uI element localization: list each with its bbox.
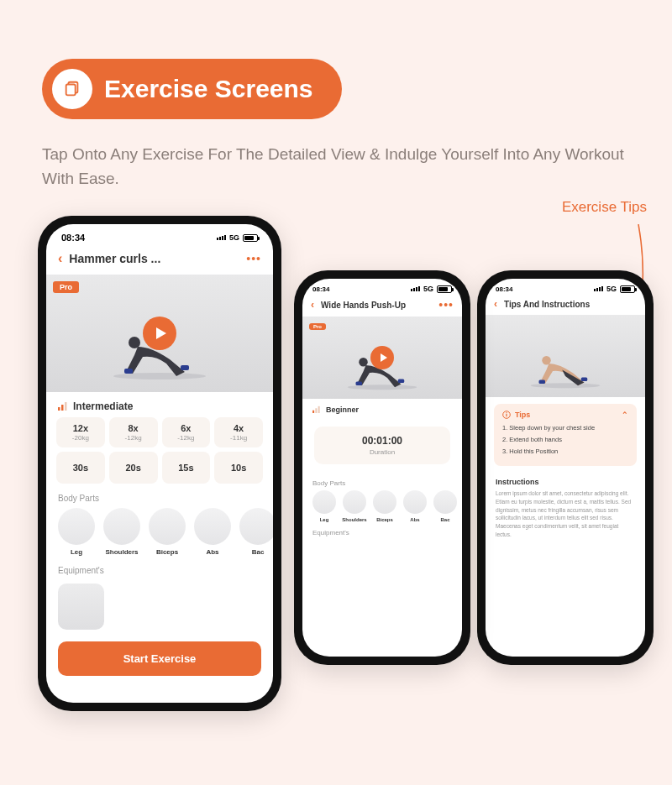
page-subtitle: Tap Onto Any Exercise For The Detailed V… xyxy=(42,143,630,191)
bodyparts-row: Leg Shoulders Biceps Abs Bac xyxy=(46,508,273,556)
bodypart-item[interactable]: Bac xyxy=(238,508,273,556)
bodypart-thumb xyxy=(58,508,95,545)
exercise-preview xyxy=(486,315,645,397)
instructions-body: Lorem ipsum dolor sit amet, consectetur … xyxy=(486,489,645,539)
more-button[interactable]: ••• xyxy=(246,252,261,265)
bodypart-item[interactable]: Leg xyxy=(311,490,338,522)
svg-rect-1 xyxy=(66,85,76,96)
svg-rect-8 xyxy=(65,402,67,411)
status-bar: 08:34 5G xyxy=(486,279,645,296)
exercise-video-preview[interactable]: Pro xyxy=(302,317,462,399)
play-icon[interactable] xyxy=(143,317,176,350)
set-cell[interactable]: 6x-12kg xyxy=(162,417,211,447)
phone-exercise-duration: 08:34 5G ‹ Wide Hands Push-Up ••• Pro xyxy=(294,270,470,665)
status-time: 08:34 xyxy=(312,285,329,293)
chevron-up-icon[interactable]: ⌃ xyxy=(622,411,628,419)
svg-point-17 xyxy=(542,356,551,365)
bodypart-thumb xyxy=(194,508,231,545)
network-label: 5G xyxy=(229,233,239,242)
bodypart-item[interactable]: Abs xyxy=(192,508,233,556)
level-label: Intermediate xyxy=(73,400,133,412)
battery-icon xyxy=(243,234,258,242)
level-row: Beginner xyxy=(302,399,462,418)
svg-point-2 xyxy=(113,373,206,379)
svg-rect-18 xyxy=(581,378,588,382)
bodyparts-label: Body Parts xyxy=(46,484,273,508)
screen-title: Hammer curls ... xyxy=(69,252,239,265)
nav-bar: ‹ Tips And Instructions xyxy=(486,296,645,315)
page-title: Exercise Screens xyxy=(104,75,313,103)
set-cell[interactable]: 12x-20kg xyxy=(56,417,105,447)
battery-icon xyxy=(437,285,452,293)
rest-cell[interactable]: 20s xyxy=(109,452,158,484)
rest-cell[interactable]: 30s xyxy=(56,452,105,484)
svg-point-10 xyxy=(359,358,368,367)
screen-title: Tips And Instructions xyxy=(504,300,637,309)
exercise-video-preview[interactable]: Pro xyxy=(46,275,273,392)
svg-point-3 xyxy=(129,337,140,348)
duration-value: 00:01:00 xyxy=(323,435,442,447)
bodypart-item[interactable]: Biceps xyxy=(371,490,398,522)
bodypart-item[interactable]: Biceps xyxy=(147,508,187,556)
svg-point-9 xyxy=(348,385,417,390)
instructions-heading: Instructions xyxy=(486,473,645,489)
battery-icon xyxy=(620,285,635,293)
tip-item: 3. Hold this Position xyxy=(502,447,628,455)
bodyparts-label: Body Parts xyxy=(302,473,462,490)
level-icon xyxy=(58,401,68,412)
pro-badge: Pro xyxy=(309,323,326,330)
play-icon[interactable] xyxy=(370,346,394,369)
network-label: 5G xyxy=(606,285,617,293)
bodypart-thumb xyxy=(103,508,140,545)
phone-exercise-detail: 08:34 5G ‹ Hammer curls ... ••• Pro xyxy=(38,216,281,711)
signal-icon xyxy=(217,235,226,240)
bodypart-item[interactable]: Bac xyxy=(432,490,459,522)
screens-icon xyxy=(52,69,92,109)
svg-rect-4 xyxy=(181,365,189,370)
level-label: Beginner xyxy=(326,406,359,414)
sets-grid: 12x-20kg 8x-12kg 6x-12kg 4x-11kg 30s 20s… xyxy=(46,417,273,484)
nav-bar: ‹ Wide Hands Push-Up ••• xyxy=(302,296,462,317)
bodypart-thumb xyxy=(239,508,273,545)
back-button[interactable]: ‹ xyxy=(311,299,314,311)
tips-panel[interactable]: Tips ⌃ 1. Sleep down by your chest side … xyxy=(494,404,637,466)
tips-header[interactable]: Tips ⌃ xyxy=(502,411,628,419)
svg-rect-15 xyxy=(318,406,320,413)
tip-item: 2. Extend both hands xyxy=(502,436,628,443)
info-icon xyxy=(502,411,511,419)
screen-title: Wide Hands Push-Up xyxy=(321,301,432,310)
svg-rect-14 xyxy=(315,408,317,413)
status-time: 08:34 xyxy=(61,233,85,243)
svg-rect-13 xyxy=(312,411,314,413)
set-cell[interactable]: 8x-12kg xyxy=(109,417,158,447)
bodypart-item[interactable]: Shoulders xyxy=(102,508,142,556)
exercise-figure-icon xyxy=(528,351,603,389)
status-bar: 08:34 5G xyxy=(46,224,273,246)
svg-rect-11 xyxy=(398,379,405,384)
duration-label: Duration xyxy=(323,448,442,456)
rest-cell[interactable]: 15s xyxy=(162,452,211,484)
pro-badge: Pro xyxy=(53,281,79,293)
signal-icon xyxy=(594,286,603,291)
bodypart-item[interactable]: Abs xyxy=(402,490,428,522)
phones-container: Exercise Tips 08:34 5G ‹ Hammer curls ..… xyxy=(0,216,672,753)
bodypart-item[interactable]: Shoulders xyxy=(341,490,368,522)
signal-icon xyxy=(411,286,420,291)
status-bar: 08:34 5G xyxy=(302,279,462,296)
more-button[interactable]: ••• xyxy=(438,298,454,311)
bodypart-item[interactable]: Leg xyxy=(56,508,97,556)
equipment-label: Equipment's xyxy=(46,556,273,580)
callout-label: Exercise Tips xyxy=(562,199,647,216)
svg-rect-21 xyxy=(506,414,507,416)
rest-cell[interactable]: 10s xyxy=(214,452,263,484)
svg-rect-6 xyxy=(58,407,60,411)
back-button[interactable]: ‹ xyxy=(494,298,497,310)
svg-rect-5 xyxy=(124,369,133,374)
level-icon xyxy=(312,405,321,415)
back-button[interactable]: ‹ xyxy=(58,251,62,266)
set-cell[interactable]: 4x-11kg xyxy=(214,417,263,447)
equipment-thumb[interactable] xyxy=(58,584,104,630)
phone-tips: 08:34 5G ‹ Tips And Instructions Tips xyxy=(477,270,654,665)
start-exercise-button[interactable]: Start Exercise xyxy=(58,641,261,676)
header-badge: Exercise Screens xyxy=(42,59,342,119)
